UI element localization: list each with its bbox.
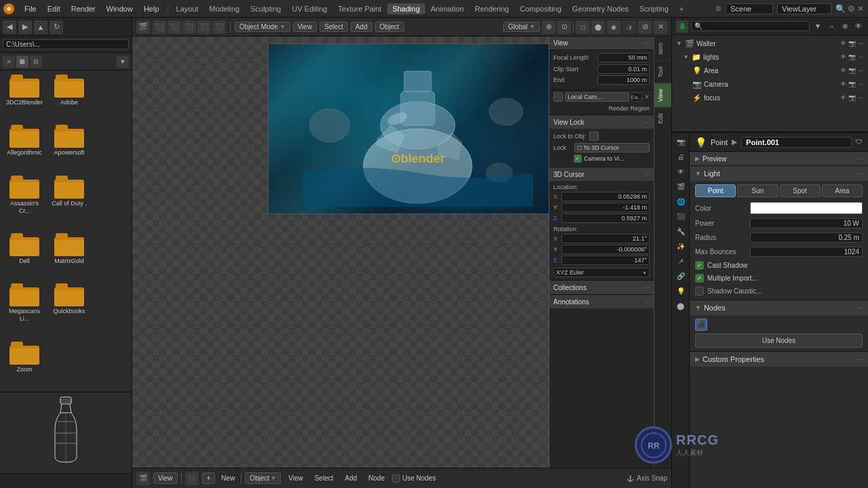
- tab-rendering[interactable]: Rendering: [469, 3, 515, 14]
- camera-select-icon[interactable]: ↔: [858, 81, 864, 87]
- light-type-point[interactable]: Point: [695, 184, 736, 197]
- object-mode-dropdown[interactable]: Object Mode▼: [235, 22, 290, 32]
- tab-compositing[interactable]: Compositing: [515, 3, 567, 14]
- outliner-item-camera[interactable]: 📷 Camera 👁 📷 ↔: [672, 77, 868, 91]
- menu-render[interactable]: Render: [66, 3, 101, 14]
- cursor-ry-value[interactable]: -0.000006°: [561, 245, 650, 254]
- folder-3dc2blender[interactable]: 3DC2Blender: [4, 75, 45, 121]
- props-fake-user-icon[interactable]: 🛡: [856, 138, 863, 146]
- outliner-filter-icon[interactable]: ▼: [812, 21, 823, 32]
- prop-type-material[interactable]: ⬤: [674, 299, 688, 312]
- close-window-icon[interactable]: ✕: [857, 4, 864, 14]
- local-cam-checkbox[interactable]: [553, 92, 563, 102]
- bottom-new-label[interactable]: New: [218, 473, 237, 483]
- lights-select-icon[interactable]: ↔: [858, 54, 864, 60]
- tab-item[interactable]: Item: [654, 37, 671, 60]
- tab-view[interactable]: View: [654, 83, 671, 107]
- path-input[interactable]: [3, 39, 129, 49]
- local-cam-icon[interactable]: Ca...: [631, 92, 642, 102]
- folder-dell[interactable]: Dell: [4, 233, 45, 279]
- nav-forward-btn[interactable]: ▶: [18, 20, 32, 34]
- outliner-item-focus[interactable]: ⚡ focus 👁 📷 ↔: [672, 91, 868, 104]
- folder-apowersoft[interactable]: Apowersoft: [49, 125, 90, 171]
- multiple-import-checkbox[interactable]: ✓: [695, 274, 704, 283]
- cast-shadow-checkbox[interactable]: ✓: [695, 261, 704, 270]
- object-name-input[interactable]: Point.001: [741, 137, 852, 148]
- bottom-view2[interactable]: View: [284, 473, 307, 483]
- tab-sculpting[interactable]: Sculpting: [245, 3, 286, 14]
- shadow-caustic-checkbox[interactable]: [695, 287, 704, 296]
- prop-type-particles[interactable]: ✨: [674, 239, 688, 253]
- radius-value[interactable]: 0.25 m: [750, 232, 863, 243]
- viewport-type-icon[interactable]: 🎬: [136, 20, 150, 34]
- folder-matrixgold[interactable]: MatrixGold: [49, 233, 90, 279]
- prop-type-object[interactable]: ⬛: [674, 209, 688, 223]
- menu-help[interactable]: Help: [138, 3, 165, 14]
- area-view-icon[interactable]: 👁: [840, 67, 846, 74]
- bottom-object-mode[interactable]: Object▼: [245, 472, 281, 484]
- prop-type-render[interactable]: 📷: [674, 135, 688, 148]
- settings-icon[interactable]: ⚙: [848, 4, 855, 14]
- camera-to-vi-label[interactable]: Camera to Vi...: [584, 155, 625, 162]
- tab-modeling[interactable]: Modeling: [204, 3, 245, 14]
- outliner-item-area[interactable]: 💡 Area 👁 📷 ↔: [672, 64, 868, 77]
- outliner-new-icon[interactable]: ⊕: [840, 21, 850, 32]
- euler-mode-dropdown[interactable]: XYZ Euler ▼: [553, 268, 650, 277]
- menu-edit[interactable]: Edit: [42, 3, 66, 14]
- bottom-add[interactable]: Add: [340, 473, 361, 483]
- lock-to-obj-icon[interactable]: [589, 131, 599, 141]
- tab-tool[interactable]: Tool: [654, 60, 671, 83]
- outliner-search-input[interactable]: [691, 21, 810, 31]
- render-region-label[interactable]: Render Region: [608, 105, 650, 112]
- viewlayer-input[interactable]: ViewLayer: [777, 3, 831, 14]
- focus-render-icon[interactable]: 📷: [848, 94, 856, 101]
- focal-length-value[interactable]: 50 mm: [597, 53, 650, 62]
- add-workspace-btn[interactable]: +: [674, 3, 689, 14]
- custom-props-header[interactable]: ▶ Custom Properties ⋯: [690, 352, 868, 367]
- cursor-rx-value[interactable]: 21.1°: [561, 234, 650, 243]
- prop-type-modifier[interactable]: 🔧: [674, 224, 688, 238]
- tab-geometry-nodes[interactable]: Geometry Nodes: [567, 3, 634, 14]
- mode-icon-btn5[interactable]: ⬛: [212, 20, 226, 34]
- folder-call-of-duty[interactable]: Call of Duty .: [49, 176, 90, 229]
- light-type-spot[interactable]: Spot: [780, 184, 821, 197]
- prop-type-scene[interactable]: 🎬: [674, 180, 688, 193]
- tab-shading[interactable]: Shading: [387, 3, 425, 14]
- add-menu-btn[interactable]: Add: [351, 22, 372, 32]
- nav-up-btn[interactable]: ▲: [34, 20, 47, 34]
- lights-view-icon[interactable]: 👁: [840, 54, 846, 60]
- bottom-editor-type[interactable]: 🎬: [136, 472, 150, 485]
- clip-end-value[interactable]: 1000 m: [597, 75, 650, 85]
- tab-uv-editing[interactable]: UV Editing: [286, 3, 332, 14]
- tab-layout[interactable]: Layout: [171, 3, 204, 14]
- bottom-select[interactable]: Select: [311, 473, 338, 483]
- shading-material[interactable]: ◉: [607, 20, 620, 34]
- icon-view-btn[interactable]: ⊟: [30, 56, 42, 68]
- transform-space-dropdown[interactable]: Global▼: [503, 22, 540, 32]
- viewport-content[interactable]: ⊙blender: [132, 37, 671, 468]
- select-menu-btn[interactable]: Select: [319, 22, 348, 32]
- nav-back-btn[interactable]: ◀: [3, 20, 16, 34]
- area-select-icon[interactable]: ↔: [858, 67, 864, 74]
- preview-header[interactable]: ▶ Preview ⋯: [690, 152, 868, 165]
- folder-allegorithmic[interactable]: Allegorithmic: [4, 125, 45, 171]
- light-type-area[interactable]: Area: [822, 184, 863, 197]
- list-view-btn[interactable]: ≡: [3, 56, 15, 68]
- outliner-item-scene[interactable]: ▼ 🎬 Walter 👁 📷 ↔: [672, 37, 868, 50]
- area-render-icon[interactable]: 📷: [848, 67, 856, 74]
- object-menu-btn[interactable]: Object: [375, 22, 404, 32]
- light-type-sun[interactable]: Sun: [737, 184, 778, 197]
- render-visible-icon[interactable]: 📷: [848, 40, 856, 47]
- folder-megascans[interactable]: Megascans Li...: [4, 283, 45, 337]
- prop-type-view[interactable]: 👁: [674, 165, 688, 178]
- bottom-node[interactable]: Node: [364, 473, 389, 483]
- prop-type-output[interactable]: 🖨: [674, 150, 688, 163]
- shading-wireframe[interactable]: ◻: [576, 20, 589, 34]
- tab-scripting[interactable]: Scripting: [634, 3, 674, 14]
- view-icon[interactable]: 👁: [840, 40, 846, 47]
- tab-animation[interactable]: Animation: [425, 3, 469, 14]
- camera-render-icon[interactable]: 📷: [848, 81, 856, 87]
- light-section-header[interactable]: ▼ Light ⋯: [690, 166, 868, 181]
- bottom-icon1[interactable]: ⬛: [185, 472, 199, 485]
- gizmo-btn[interactable]: ✕: [654, 20, 667, 34]
